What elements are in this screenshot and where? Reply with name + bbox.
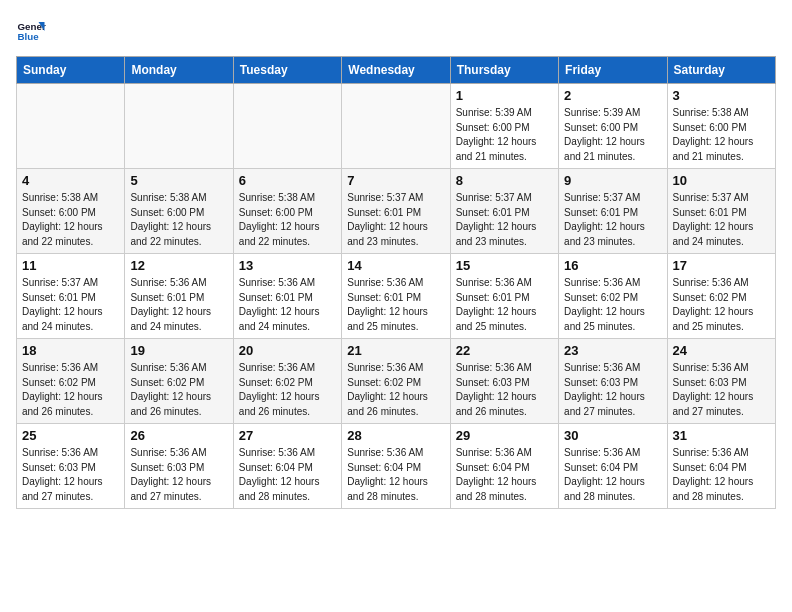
svg-text:Blue: Blue [18,31,40,42]
day-info: Sunrise: 5:38 AM Sunset: 6:00 PM Dayligh… [239,191,336,249]
calendar-cell: 19Sunrise: 5:36 AM Sunset: 6:02 PM Dayli… [125,339,233,424]
day-info: Sunrise: 5:36 AM Sunset: 6:02 PM Dayligh… [673,276,770,334]
day-info: Sunrise: 5:36 AM Sunset: 6:04 PM Dayligh… [239,446,336,504]
day-number: 1 [456,88,553,103]
calendar-cell: 18Sunrise: 5:36 AM Sunset: 6:02 PM Dayli… [17,339,125,424]
day-info: Sunrise: 5:37 AM Sunset: 6:01 PM Dayligh… [456,191,553,249]
day-info: Sunrise: 5:36 AM Sunset: 6:02 PM Dayligh… [239,361,336,419]
calendar-cell: 11Sunrise: 5:37 AM Sunset: 6:01 PM Dayli… [17,254,125,339]
day-of-week-header: Friday [559,57,667,84]
calendar-cell [17,84,125,169]
calendar-cell: 26Sunrise: 5:36 AM Sunset: 6:03 PM Dayli… [125,424,233,509]
calendar-cell: 1Sunrise: 5:39 AM Sunset: 6:00 PM Daylig… [450,84,558,169]
calendar-week-row: 1Sunrise: 5:39 AM Sunset: 6:00 PM Daylig… [17,84,776,169]
day-of-week-header: Tuesday [233,57,341,84]
calendar-cell: 7Sunrise: 5:37 AM Sunset: 6:01 PM Daylig… [342,169,450,254]
calendar-cell: 4Sunrise: 5:38 AM Sunset: 6:00 PM Daylig… [17,169,125,254]
day-of-week-header: Saturday [667,57,775,84]
day-of-week-header: Wednesday [342,57,450,84]
day-number: 7 [347,173,444,188]
day-of-week-header: Thursday [450,57,558,84]
day-number: 26 [130,428,227,443]
day-number: 5 [130,173,227,188]
day-info: Sunrise: 5:37 AM Sunset: 6:01 PM Dayligh… [564,191,661,249]
day-number: 28 [347,428,444,443]
day-info: Sunrise: 5:37 AM Sunset: 6:01 PM Dayligh… [22,276,119,334]
calendar-week-row: 25Sunrise: 5:36 AM Sunset: 6:03 PM Dayli… [17,424,776,509]
day-number: 16 [564,258,661,273]
day-number: 17 [673,258,770,273]
day-info: Sunrise: 5:36 AM Sunset: 6:03 PM Dayligh… [130,446,227,504]
page-header: General Blue [16,16,776,46]
calendar-cell: 9Sunrise: 5:37 AM Sunset: 6:01 PM Daylig… [559,169,667,254]
day-number: 14 [347,258,444,273]
calendar-body: 1Sunrise: 5:39 AM Sunset: 6:00 PM Daylig… [17,84,776,509]
calendar-cell: 24Sunrise: 5:36 AM Sunset: 6:03 PM Dayli… [667,339,775,424]
calendar-cell: 27Sunrise: 5:36 AM Sunset: 6:04 PM Dayli… [233,424,341,509]
day-info: Sunrise: 5:38 AM Sunset: 6:00 PM Dayligh… [673,106,770,164]
calendar-cell [125,84,233,169]
calendar-cell: 25Sunrise: 5:36 AM Sunset: 6:03 PM Dayli… [17,424,125,509]
day-number: 20 [239,343,336,358]
calendar-cell: 28Sunrise: 5:36 AM Sunset: 6:04 PM Dayli… [342,424,450,509]
day-info: Sunrise: 5:37 AM Sunset: 6:01 PM Dayligh… [347,191,444,249]
calendar-cell: 17Sunrise: 5:36 AM Sunset: 6:02 PM Dayli… [667,254,775,339]
day-number: 19 [130,343,227,358]
calendar-cell: 8Sunrise: 5:37 AM Sunset: 6:01 PM Daylig… [450,169,558,254]
day-number: 31 [673,428,770,443]
calendar-cell: 22Sunrise: 5:36 AM Sunset: 6:03 PM Dayli… [450,339,558,424]
day-of-week-header: Monday [125,57,233,84]
day-info: Sunrise: 5:37 AM Sunset: 6:01 PM Dayligh… [673,191,770,249]
day-info: Sunrise: 5:36 AM Sunset: 6:03 PM Dayligh… [673,361,770,419]
calendar-cell: 15Sunrise: 5:36 AM Sunset: 6:01 PM Dayli… [450,254,558,339]
calendar-cell [233,84,341,169]
calendar-cell: 2Sunrise: 5:39 AM Sunset: 6:00 PM Daylig… [559,84,667,169]
day-number: 18 [22,343,119,358]
day-number: 15 [456,258,553,273]
day-info: Sunrise: 5:36 AM Sunset: 6:02 PM Dayligh… [347,361,444,419]
day-info: Sunrise: 5:36 AM Sunset: 6:04 PM Dayligh… [673,446,770,504]
day-info: Sunrise: 5:39 AM Sunset: 6:00 PM Dayligh… [564,106,661,164]
day-info: Sunrise: 5:36 AM Sunset: 6:04 PM Dayligh… [347,446,444,504]
day-number: 29 [456,428,553,443]
day-info: Sunrise: 5:36 AM Sunset: 6:01 PM Dayligh… [347,276,444,334]
day-number: 6 [239,173,336,188]
day-info: Sunrise: 5:39 AM Sunset: 6:00 PM Dayligh… [456,106,553,164]
day-number: 24 [673,343,770,358]
day-number: 8 [456,173,553,188]
calendar-cell: 31Sunrise: 5:36 AM Sunset: 6:04 PM Dayli… [667,424,775,509]
calendar-cell: 6Sunrise: 5:38 AM Sunset: 6:00 PM Daylig… [233,169,341,254]
day-info: Sunrise: 5:36 AM Sunset: 6:04 PM Dayligh… [564,446,661,504]
day-number: 23 [564,343,661,358]
logo-icon: General Blue [16,16,46,46]
calendar-cell: 13Sunrise: 5:36 AM Sunset: 6:01 PM Dayli… [233,254,341,339]
day-info: Sunrise: 5:36 AM Sunset: 6:01 PM Dayligh… [239,276,336,334]
calendar-cell [342,84,450,169]
day-info: Sunrise: 5:38 AM Sunset: 6:00 PM Dayligh… [130,191,227,249]
day-number: 25 [22,428,119,443]
calendar-cell: 12Sunrise: 5:36 AM Sunset: 6:01 PM Dayli… [125,254,233,339]
calendar-cell: 29Sunrise: 5:36 AM Sunset: 6:04 PM Dayli… [450,424,558,509]
day-number: 12 [130,258,227,273]
calendar-cell: 5Sunrise: 5:38 AM Sunset: 6:00 PM Daylig… [125,169,233,254]
calendar-cell: 16Sunrise: 5:36 AM Sunset: 6:02 PM Dayli… [559,254,667,339]
day-info: Sunrise: 5:36 AM Sunset: 6:01 PM Dayligh… [456,276,553,334]
day-info: Sunrise: 5:36 AM Sunset: 6:02 PM Dayligh… [564,276,661,334]
day-info: Sunrise: 5:36 AM Sunset: 6:02 PM Dayligh… [130,361,227,419]
calendar-header: SundayMondayTuesdayWednesdayThursdayFrid… [17,57,776,84]
calendar-table: SundayMondayTuesdayWednesdayThursdayFrid… [16,56,776,509]
days-of-week-row: SundayMondayTuesdayWednesdayThursdayFrid… [17,57,776,84]
day-info: Sunrise: 5:36 AM Sunset: 6:02 PM Dayligh… [22,361,119,419]
calendar-week-row: 18Sunrise: 5:36 AM Sunset: 6:02 PM Dayli… [17,339,776,424]
day-info: Sunrise: 5:36 AM Sunset: 6:01 PM Dayligh… [130,276,227,334]
day-number: 11 [22,258,119,273]
logo: General Blue [16,16,46,46]
day-number: 21 [347,343,444,358]
calendar-cell: 23Sunrise: 5:36 AM Sunset: 6:03 PM Dayli… [559,339,667,424]
calendar-cell: 20Sunrise: 5:36 AM Sunset: 6:02 PM Dayli… [233,339,341,424]
day-info: Sunrise: 5:36 AM Sunset: 6:03 PM Dayligh… [456,361,553,419]
day-info: Sunrise: 5:36 AM Sunset: 6:03 PM Dayligh… [22,446,119,504]
calendar-cell: 10Sunrise: 5:37 AM Sunset: 6:01 PM Dayli… [667,169,775,254]
day-number: 2 [564,88,661,103]
day-info: Sunrise: 5:36 AM Sunset: 6:04 PM Dayligh… [456,446,553,504]
